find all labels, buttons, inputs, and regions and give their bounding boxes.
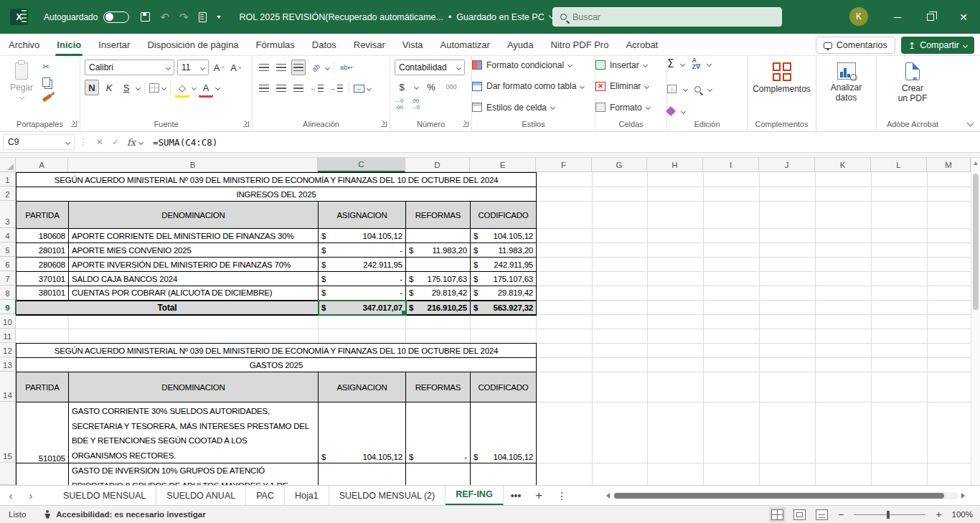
find-select-chevron-icon[interactable] (707, 86, 712, 91)
search-input[interactable] (573, 12, 745, 22)
vertical-scroll-thumb[interactable] (973, 174, 979, 310)
column-header-f[interactable]: F (536, 158, 592, 172)
horizontal-scroll-track[interactable] (613, 492, 958, 499)
header-partida[interactable]: PARTIDA (17, 202, 69, 229)
font-name-combo[interactable]: Calibri (85, 60, 174, 75)
sort-filter-icon[interactable]: AZ∇ (692, 57, 700, 70)
cell-codificado[interactable]: $104.105,12 (471, 229, 537, 243)
page-layout-view-icon[interactable] (793, 509, 806, 520)
save-icon[interactable] (141, 12, 150, 22)
cell-reformas[interactable]: $175.107,63 (406, 272, 471, 286)
cell-subtitle-ingresos[interactable]: INGRESOS DEL 2025 (17, 187, 537, 202)
column-header-i[interactable]: I (703, 158, 759, 172)
row-header-9[interactable]: 9 (0, 300, 16, 314)
formula-bar-expand-icon[interactable] (138, 139, 143, 144)
merge-center-chevron-icon[interactable] (367, 85, 372, 90)
cell-reformas[interactable] (406, 258, 471, 272)
cell-denominacion[interactable]: SALDO CAJA BANCOS 2024 (69, 272, 319, 286)
redo-icon[interactable]: ↷ (179, 11, 189, 22)
column-header-e[interactable]: E (470, 158, 536, 172)
cell-asignacion[interactable]: $104.105,12 (319, 402, 406, 463)
column-header-g[interactable]: G (592, 158, 647, 172)
row-header-1[interactable]: 1 (0, 172, 16, 187)
number-dialog-launcher[interactable] (463, 121, 468, 127)
cell-reformas[interactable]: $- (406, 402, 471, 463)
cell-denominacion[interactable]: APORTE MIES CONVENIO 2025 (69, 243, 319, 258)
print-preview-icon[interactable] (199, 12, 207, 22)
orientation-icon[interactable]: ab (305, 57, 326, 78)
cell-codificado[interactable]: $242.911,95 (471, 258, 537, 272)
cell-codificado[interactable]: $11.983,20 (471, 243, 537, 258)
font-color-icon[interactable]: A (199, 80, 213, 95)
cell-reformas[interactable]: $29.819,42 (406, 286, 471, 301)
underline-button[interactable]: S (119, 80, 133, 95)
horizontal-scroll-thumb[interactable] (614, 493, 944, 499)
row-header-16[interactable] (0, 463, 16, 485)
insert-cells-button[interactable]: Insertar (595, 57, 666, 72)
sheet-options-icon[interactable]: ⋮ (550, 490, 574, 501)
name-box[interactable]: C9 (3, 134, 75, 150)
fill-color-chevron-icon[interactable] (192, 85, 197, 90)
sheet-tab-pac[interactable]: PAC (246, 486, 285, 506)
header-asignacion[interactable]: ASIGNACION (319, 372, 406, 402)
collapse-ribbon-icon[interactable] (967, 120, 974, 127)
row-header-14[interactable]: 14 (0, 372, 16, 402)
grow-font-button[interactable]: A^ (212, 60, 226, 75)
more-sheets-icon[interactable]: ••• (504, 490, 529, 501)
tab-formulas[interactable]: Fórmulas (248, 34, 303, 56)
row-header-4[interactable]: 4 (0, 228, 16, 242)
cell-partida[interactable]: 180608 (17, 229, 69, 243)
column-header-b[interactable]: B (68, 158, 318, 172)
quick-access-toolbar-chevron-icon[interactable] (217, 16, 221, 19)
font-size-combo[interactable]: 11 (177, 60, 209, 75)
sheet-tab-ref-ing[interactable]: REF-ING (446, 486, 503, 506)
row-header-8[interactable]: 8 (0, 286, 16, 300)
cell-total-reformas[interactable]: $216.910,25 (406, 301, 471, 315)
align-bottom-icon[interactable] (291, 60, 306, 75)
cell-c9-selected[interactable]: $347.017,07 (319, 301, 406, 315)
tab-automatizar[interactable]: Automatizar (432, 34, 499, 56)
analyze-data-button[interactable]: Analizar datos (821, 60, 872, 116)
formula-input[interactable]: =SUMA(C4:C8) (153, 137, 217, 148)
align-right-icon[interactable] (291, 80, 306, 96)
format-as-table-button[interactable]: Dar formato como tabla (472, 79, 595, 94)
row-header-6[interactable]: 6 (0, 257, 16, 271)
copy-icon[interactable] (42, 77, 50, 87)
share-button[interactable]: ↥ Compartir (901, 37, 974, 54)
cell-asignacion[interactable]: $- (319, 272, 406, 286)
create-pdf-button[interactable]: Crear un PDF (891, 60, 934, 116)
increase-indent-icon[interactable]: → (328, 80, 344, 96)
sheet-tab-sueldo-anual[interactable]: SUELDO ANUAL (156, 486, 246, 506)
cell-title-ingresos[interactable]: SEGÚN ACUERDO MINISTERIAL Nº 039 DEL MIN… (17, 173, 537, 187)
fill-color-icon[interactable]: ◇ (175, 80, 189, 95)
autosum-icon[interactable]: Σ (667, 57, 674, 70)
clear-icon[interactable] (666, 106, 676, 116)
sheet-tab-hoja1[interactable]: Hoja1 (285, 486, 329, 506)
sheet-tab-sueldo-mensual[interactable]: SUELDO MENSUAL (53, 486, 156, 506)
italic-button[interactable]: K (102, 80, 116, 95)
row-header-15[interactable]: 15 (0, 402, 16, 463)
shrink-font-button[interactable]: A˅ (229, 60, 243, 75)
close-button[interactable]: ✕ (947, 0, 980, 34)
cell-partida[interactable]: 280608 (17, 258, 69, 272)
cell-total-codificado[interactable]: $563.927,32 (471, 301, 537, 315)
find-select-icon[interactable] (694, 86, 701, 93)
cell-partida[interactable]: 370101 (17, 272, 69, 286)
row-header-7[interactable]: 7 (0, 271, 16, 286)
alignment-dialog-launcher[interactable] (381, 121, 387, 127)
merge-center-icon[interactable]: ↔ (354, 85, 364, 93)
column-header-a[interactable]: A (16, 158, 68, 172)
format-cells-button[interactable]: Formato (595, 100, 666, 115)
borders-icon[interactable] (149, 83, 159, 93)
scroll-up-icon[interactable] (974, 161, 978, 165)
row-header-12[interactable]: 12 (0, 343, 16, 357)
column-header-m[interactable]: M (927, 158, 971, 172)
cell-denominacion[interactable]: GASTO DE INVERSION 10% GRUPOS DE ATENCIÓ… (69, 463, 319, 486)
header-reformas[interactable]: REFORMAS (406, 372, 471, 402)
conditional-formatting-button[interactable]: Formato condicional (472, 57, 595, 72)
increase-decimal-icon[interactable]: ←0.00 (395, 98, 403, 111)
insert-function-icon[interactable]: fx (123, 137, 139, 148)
cell-asignacion[interactable]: $- (319, 243, 406, 258)
tab-archivo[interactable]: Archivo (0, 34, 48, 56)
header-codificado[interactable]: CODIFICADO (471, 372, 537, 402)
